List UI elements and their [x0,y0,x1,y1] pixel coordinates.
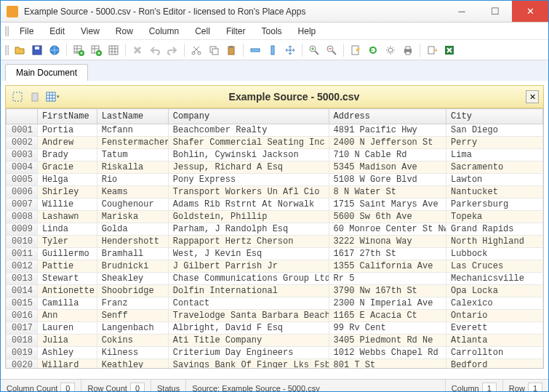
cell[interactable]: 3790 Nw 167th St [329,285,446,297]
row-number[interactable]: 0014 [7,285,38,297]
cell[interactable]: Mcfann [97,124,168,137]
delete-icon[interactable] [130,43,145,57]
data-grid[interactable]: FirstNameLastNameCompanyAddressCity 0001… [5,108,544,369]
column-header[interactable]: Address [329,109,446,124]
row-number[interactable]: 0019 [7,347,38,359]
cell[interactable]: 5345 Madison Ave [329,161,446,174]
row-number[interactable]: 0013 [7,273,38,285]
cell[interactable]: Langenbach [97,322,168,335]
cell[interactable]: 1355 California Ave [329,260,446,273]
cell[interactable]: Pattie [37,260,97,273]
cell[interactable]: 5600 Sw 6th Ave [329,211,446,223]
grid-add-icon[interactable] [71,43,86,57]
cell[interactable]: Bohlin, Cywinski Jackson [168,149,329,161]
cell[interactable]: Senff [97,310,168,322]
cell[interactable]: J Gilbert Parrish Jr [168,260,329,273]
menubar-grip[interactable] [5,26,9,36]
cell[interactable]: Coughenour [97,199,168,211]
table-row[interactable]: 0003BradyTatumBohlin, Cywinski Jackson71… [7,149,543,161]
cell[interactable]: Mechanicsville [446,273,543,285]
maximize-button[interactable]: ☐ [478,1,512,22]
cell[interactable]: Jessup, Richard A Esq [168,161,329,174]
row-number[interactable]: 0017 [7,322,38,335]
cell[interactable]: Transport Workers Un Afl Cio [168,186,329,199]
cell[interactable]: Sacramento [446,161,543,174]
cell[interactable]: Lauren [37,322,97,335]
cell[interactable]: Calexico [446,297,543,310]
grid-add2-icon[interactable] [89,43,103,57]
rownum-header[interactable] [7,109,38,124]
redo-icon[interactable] [165,43,180,57]
cell[interactable]: Lawton [446,174,543,186]
refresh-icon[interactable] [366,43,380,57]
menu-view[interactable]: View [73,24,107,39]
document-close-button[interactable]: ✕ [526,90,539,103]
cell[interactable]: Ati Title Company [168,335,329,347]
table-row[interactable]: 0013StewartSheakleyChase Communications … [7,273,543,285]
row-number[interactable]: 0008 [7,211,38,223]
gear-icon[interactable] [383,43,398,57]
cell[interactable]: 1012 Webbs Chapel Rd [329,347,446,359]
cell[interactable]: Keams [97,186,168,199]
cell[interactable]: Ontario [446,310,543,322]
cell[interactable]: Camilla [37,297,97,310]
cell[interactable]: 3405 Piedmont Rd Ne [329,335,446,347]
menu-filter[interactable]: Filter [219,24,253,39]
cell[interactable]: Mariska [97,211,168,223]
cell[interactable]: 2300 N Imperial Ave [329,297,446,310]
menu-file[interactable]: File [12,24,41,39]
cell[interactable]: 1617 27th St [329,248,446,260]
row-number[interactable]: 0016 [7,310,38,322]
cell[interactable]: Beachcomber Realty [168,124,329,137]
menu-tools[interactable]: Tools [255,24,289,39]
print-icon[interactable] [401,43,415,57]
cell[interactable]: Rr 5 [329,273,446,285]
cell[interactable]: Dolfin International [168,285,329,297]
table-row[interactable]: 0001PortiaMcfannBeachcomber Realty4891 P… [7,124,543,137]
save-icon[interactable] [30,43,44,57]
row-number[interactable]: 0001 [7,124,38,137]
row-number[interactable]: 0020 [7,359,38,369]
cell[interactable]: Stewart [37,273,97,285]
row-number[interactable]: 0005 [7,174,38,186]
cell[interactable]: Everett [446,322,543,335]
cell[interactable]: Shoobridge [97,285,168,297]
cell[interactable]: Andrew [37,137,97,149]
menu-cell[interactable]: Cell [188,24,217,39]
table-row[interactable]: 0006ShirleyKeamsTransport Workers Un Afl… [7,186,543,199]
cell[interactable]: Brady [37,149,97,161]
row-number[interactable]: 0009 [7,223,38,236]
cell[interactable]: Adams Rib Rstrnt At Norwalk [168,199,329,211]
cell[interactable]: Atlanta [446,335,543,347]
cell[interactable]: Portia [37,124,97,137]
move-icon[interactable] [283,43,297,57]
cell[interactable]: Lubbock [446,248,543,260]
cell[interactable]: Perry [446,137,543,149]
cell[interactable]: Helga [37,174,97,186]
undo-icon[interactable] [148,43,162,57]
table-row[interactable]: 0005HelgaRioPony Express5108 W Gore Blvd… [7,174,543,186]
cell[interactable]: Bramhall [97,248,168,260]
cell[interactable]: Antionette [37,285,97,297]
cell[interactable]: Tatum [97,149,168,161]
table-row[interactable]: 0009LindaGoldaParham, J Randolph Esq60 M… [7,223,543,236]
table-row[interactable]: 0015CamillaFranzContact2300 N Imperial A… [7,297,543,310]
cell[interactable]: Savings Bank Of Finger Lks Fsb [168,359,329,369]
edit-page-icon[interactable] [348,43,363,57]
table-row[interactable]: 0002AndrewFenstermacherShafer Commercial… [7,137,543,149]
cell[interactable]: 99 Rv Cent [329,322,446,335]
cell[interactable]: Grand Rapids [446,223,543,236]
cell[interactable]: Willie [37,199,97,211]
row-number[interactable]: 0003 [7,149,38,161]
cell[interactable]: Rio [97,174,168,186]
header-select-icon[interactable] [10,89,25,104]
row-number[interactable]: 0002 [7,137,38,149]
cell[interactable]: Julia [37,335,97,347]
cell[interactable]: Parham, J Randolph Esq [168,223,329,236]
cell[interactable]: Linda [37,223,97,236]
minimize-button[interactable]: ─ [445,1,478,22]
cell[interactable]: Topeka [446,211,543,223]
cell[interactable]: 2400 N Jefferson St [329,137,446,149]
cell[interactable]: Las Cruces [446,260,543,273]
table-row[interactable]: 0020WillardKeathleySavings Bank Of Finge… [7,359,543,369]
